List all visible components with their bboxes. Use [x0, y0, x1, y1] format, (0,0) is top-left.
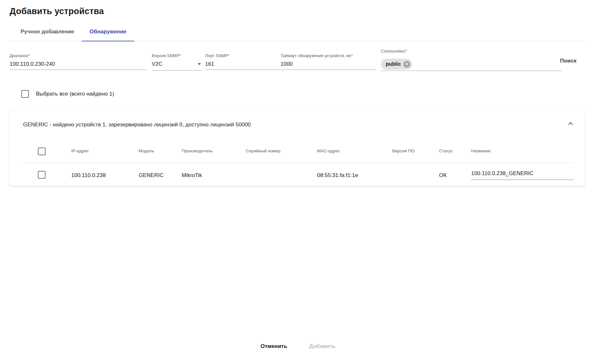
group-summary: GENERIC - найдено устройств 1, зарезерви… — [23, 122, 251, 128]
snmp-port-input[interactable] — [205, 60, 280, 70]
chevron-up-icon — [566, 124, 575, 129]
row-model: GENERIC — [139, 172, 163, 179]
col-header-model: Модель — [139, 148, 154, 153]
row-status: OK — [439, 172, 447, 179]
range-input[interactable] — [10, 60, 147, 70]
snmp-port-field: Порт SNMP* — [205, 53, 280, 70]
add-button[interactable]: Добавить — [305, 341, 339, 352]
search-button[interactable]: Поиск — [557, 56, 579, 65]
cancel-button[interactable]: Отменить — [257, 341, 291, 352]
col-header-firmware: Версия ПО — [392, 148, 415, 153]
timeout-field: Таймаут обнаружения устройств, мс* — [281, 53, 376, 70]
row-vendor: MikroTik — [182, 172, 202, 179]
snmp-port-label: Порт SNMP* — [205, 53, 280, 58]
add-devices-page: Добавить устройства Ручное добавление Об… — [0, 0, 596, 364]
collapse-group-button[interactable] — [566, 119, 575, 128]
row-checkbox[interactable] — [38, 171, 46, 179]
snmp-version-label: Версия SNMP* — [152, 53, 202, 58]
select-all-row: Выбрать все (всего найдено 1) — [21, 90, 114, 98]
chip-remove-icon[interactable]: ✕ — [403, 61, 410, 68]
page-title: Добавить устройства — [10, 6, 104, 16]
communities-chip-input[interactable]: public ✕ — [381, 59, 562, 71]
community-chip[interactable]: public ✕ — [381, 59, 412, 70]
range-label: Диапазон* — [10, 53, 147, 58]
col-header-name: Название — [471, 148, 490, 153]
device-group-card: GENERIC - найдено устройств 1, зарезерви… — [10, 110, 585, 186]
timeout-label: Таймаут обнаружения устройств, мс* — [281, 53, 376, 58]
snmp-version-field: Версия SNMP* V2C — [152, 53, 202, 71]
col-header-status: Статус — [439, 148, 453, 153]
col-header-mac: MAC-адрес — [317, 148, 340, 153]
header-select-checkbox[interactable] — [38, 148, 46, 155]
table-header-divider — [23, 163, 574, 163]
tab-discovery[interactable]: Обнаружение — [82, 22, 134, 41]
row-mac: 08:55:31:fa:f1:1e — [317, 172, 358, 179]
communities-label: Communities* — [381, 49, 562, 54]
tab-manual-add[interactable]: Ручное добавление — [13, 22, 82, 41]
row-name-input[interactable] — [471, 170, 574, 180]
col-header-vendor: Производитель — [182, 148, 212, 153]
snmp-version-value: V2C — [152, 61, 162, 67]
chevron-down-icon — [198, 63, 201, 65]
timeout-input[interactable] — [281, 60, 376, 70]
select-all-label: Выбрать все (всего найдено 1) — [36, 91, 114, 97]
communities-field: Communities* public ✕ — [381, 49, 562, 71]
row-ip: 100.110.0.238 — [71, 172, 106, 179]
snmp-version-select[interactable]: V2C — [152, 60, 202, 71]
dialog-actions: Отменить Добавить — [0, 341, 596, 352]
col-header-ip: IP-адрес — [71, 148, 89, 153]
range-field: Диапазон* — [10, 53, 147, 70]
select-all-checkbox[interactable] — [21, 90, 29, 98]
tab-bar: Ручное добавление Обнаружение — [10, 22, 586, 41]
community-chip-label: public — [386, 61, 401, 67]
col-header-serial: Серийный номер — [246, 148, 281, 153]
